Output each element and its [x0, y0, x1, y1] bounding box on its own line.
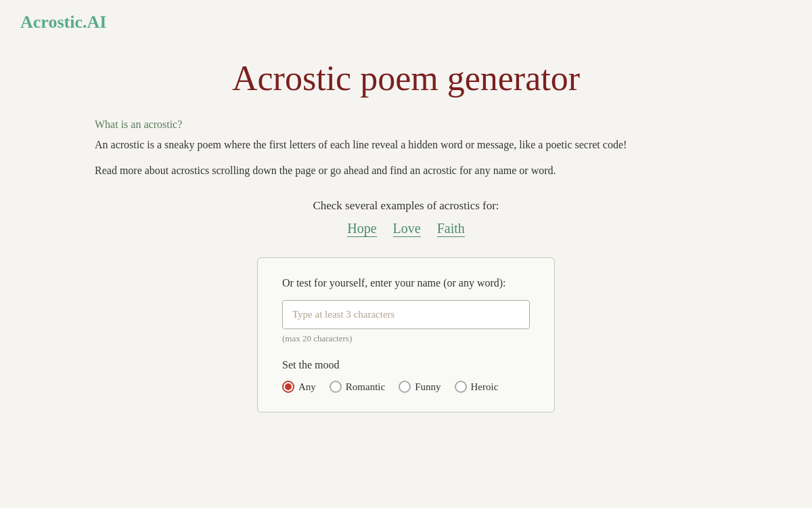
mood-options: Any Romantic Funny Heroic — [282, 381, 530, 393]
mood-option-funny[interactable]: Funny — [399, 381, 441, 393]
description-text-1: An acrostic is a sneaky poem where the f… — [95, 136, 717, 154]
generator-box: Or test for yourself, enter your name (o… — [257, 257, 555, 412]
description-section: What is an acrostic? An acrostic is a sn… — [95, 119, 717, 179]
word-input[interactable] — [282, 300, 530, 329]
mood-section-label: Set the mood — [282, 359, 530, 371]
mood-label-funny: Funny — [415, 381, 441, 393]
mood-label-any: Any — [298, 381, 316, 393]
mood-radio-romantic — [330, 381, 342, 393]
description-text-2: Read more about acrostics scrolling down… — [95, 162, 717, 179]
mood-option-romantic[interactable]: Romantic — [330, 381, 385, 393]
main-content: Acrostic poem generator What is an acros… — [68, 45, 744, 426]
what-is-label: What is an acrostic? — [95, 119, 717, 131]
examples-section: Check several examples of acrostics for:… — [95, 199, 717, 237]
mood-label-romantic: Romantic — [346, 381, 385, 393]
mood-option-heroic[interactable]: Heroic — [455, 381, 499, 393]
example-link-faith[interactable]: Faith — [437, 221, 465, 237]
mood-radio-funny — [399, 381, 411, 393]
generator-prompt: Or test for yourself, enter your name (o… — [282, 277, 530, 289]
header: Acrostic.AI — [0, 0, 812, 45]
max-chars-note: (max 20 characters) — [282, 333, 530, 344]
examples-label: Check several examples of acrostics for: — [95, 199, 717, 213]
mood-option-any[interactable]: Any — [282, 381, 316, 393]
mood-label-heroic: Heroic — [471, 381, 499, 393]
logo: Acrostic.AI — [20, 12, 106, 32]
mood-radio-heroic — [455, 381, 467, 393]
page-title: Acrostic poem generator — [95, 58, 717, 98]
examples-links: Hope Love Faith — [95, 221, 717, 237]
example-link-hope[interactable]: Hope — [347, 221, 376, 237]
example-link-love[interactable]: Love — [393, 221, 421, 237]
mood-radio-any — [282, 381, 294, 393]
